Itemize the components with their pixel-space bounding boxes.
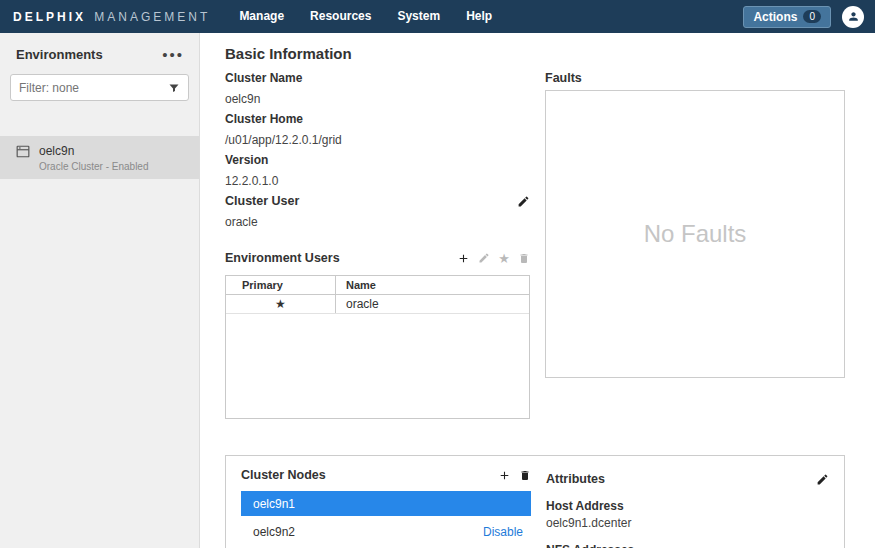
cluster-nodes-header: Cluster Nodes [241,468,531,482]
environment-users-toolbar: ★ [457,252,530,265]
edit-attributes-button[interactable] [816,473,829,486]
nav-item-system[interactable]: System [384,0,453,33]
cluster-node-oelc9n1[interactable]: oelc9n1 [241,491,531,516]
user-profile-button[interactable] [842,6,864,28]
main-navigation: Manage Resources System Help [226,0,505,33]
cluster-nodes-toolbar [498,469,531,482]
faults-panel: No Faults [545,90,845,378]
cluster-node-list: oelc9n1 oelc9n2 Disable [241,491,531,544]
attributes-title: Attributes [546,472,605,486]
table-header-row: Primary Name [226,276,529,295]
brand-name: DELPHIX [13,10,86,24]
add-node-button[interactable] [498,469,511,482]
topbar-right-controls: Actions 0 [743,6,875,28]
nfs-addresses-label: NFS Addresses [546,543,829,548]
node-name: oelc9n1 [253,497,295,511]
basic-info-column: Cluster Name oelc9n Cluster Home /u01/ap… [225,71,530,419]
cluster-user-value: oracle [225,215,530,229]
no-faults-message: No Faults [644,220,747,248]
environment-subtitle: Oracle Cluster - Enabled [39,161,149,172]
disable-node-link[interactable]: Disable [483,525,523,539]
trash-icon [518,252,530,265]
top-navigation-bar: DELPHIX MANAGEMENT Manage Resources Syst… [0,0,875,33]
page-title: Basic Information [225,45,352,62]
user-icon [847,10,860,23]
environments-sidebar: Environments ••• oelc9n [0,33,200,548]
field-value: oelc9n [225,92,530,106]
actions-button[interactable]: Actions 0 [743,6,831,28]
pencil-icon [517,195,530,208]
node-name: oelc9n2 [253,525,295,539]
field-label: Cluster Home [225,112,530,126]
cluster-user-label: Cluster User [225,194,299,208]
edit-cluster-user-button[interactable] [517,195,530,208]
actions-count-badge: 0 [803,10,821,23]
trash-icon [519,469,531,482]
actions-button-label: Actions [753,10,797,24]
environment-list: oelc9n Oracle Cluster - Enabled [0,136,199,179]
sidebar-title: Environments [16,47,103,62]
filter-button[interactable] [168,82,180,94]
nav-item-manage[interactable]: Manage [226,0,297,33]
user-name-cell: oracle [336,295,529,313]
brand-suffix: MANAGEMENT [94,10,210,24]
environment-users-header: Environment Users ★ [225,251,530,265]
add-user-button[interactable] [457,252,470,265]
delete-node-button[interactable] [519,469,531,482]
nav-item-resources[interactable]: Resources [297,0,384,33]
attributes-panel: Attributes Host Address oelc9n1.dcenter … [546,472,829,548]
ellipsis-icon: ••• [162,46,184,63]
delphix-logo: DELPHIX MANAGEMENT [13,10,210,24]
cluster-name-field: Cluster Name oelc9n [225,71,530,106]
cluster-details-card: Cluster Nodes [225,455,845,548]
field-label: Cluster Name [225,71,530,85]
cluster-user-header: Cluster User [225,194,530,208]
star-icon: ★ [498,252,510,265]
delete-user-button[interactable] [518,252,530,265]
field-label: Version [225,153,530,167]
set-primary-user-button[interactable]: ★ [498,252,510,265]
cluster-nodes-panel: Cluster Nodes [241,468,531,547]
cluster-node-oelc9n2[interactable]: oelc9n2 Disable [241,519,531,544]
nav-item-help[interactable]: Help [453,0,505,33]
table-row-oracle[interactable]: ★ oracle [226,295,529,314]
main-content: Basic Information Cluster Name oelc9n Cl… [200,33,875,548]
plus-icon [498,469,511,482]
plus-icon [457,252,470,265]
field-value: 12.2.0.1.0 [225,174,530,188]
edit-user-button[interactable] [478,252,490,264]
column-header-primary: Primary [226,276,336,294]
cluster-nodes-title: Cluster Nodes [241,468,326,482]
field-value: /u01/app/12.2.0.1/grid [225,133,530,147]
environment-list-item-oelc9n[interactable]: oelc9n Oracle Cluster - Enabled [0,136,199,179]
more-options-button[interactable]: ••• [162,50,184,60]
attributes-header: Attributes [546,472,829,486]
environment-users-table: Primary Name ★ oracle [225,275,530,419]
column-header-name: Name [336,276,529,294]
pencil-icon [816,473,829,486]
sidebar-header: Environments ••• [0,33,199,74]
pencil-icon [478,252,490,264]
environment-users-title: Environment Users [225,251,340,265]
environment-name: oelc9n [39,144,149,158]
faults-title: Faults [545,71,582,85]
filter-container [10,74,189,101]
cluster-environment-icon [16,145,30,158]
primary-star-cell: ★ [226,295,336,313]
filter-input[interactable] [19,81,168,95]
host-address-label: Host Address [546,499,829,513]
cluster-home-field: Cluster Home /u01/app/12.2.0.1/grid [225,112,530,147]
filter-funnel-icon [168,82,180,94]
host-address-value: oelc9n1.dcenter [546,516,829,530]
version-field: Version 12.2.0.1.0 [225,153,530,188]
